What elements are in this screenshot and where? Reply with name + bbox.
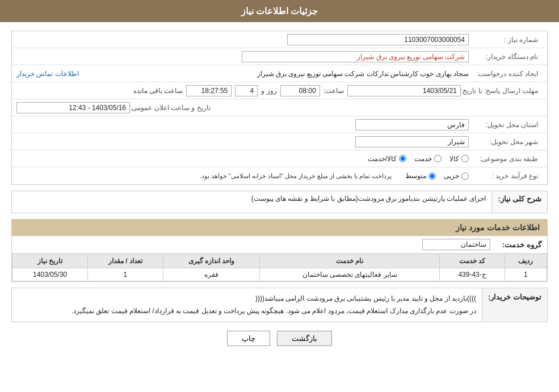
nam-dastgah-value: شرکت سهامی توزیع نیروی برق شیراز — [242, 51, 469, 62]
farayand-note: پرداخت تمام یا بخشی از مبلغ خریداز محل "… — [199, 172, 392, 180]
cell-tedad: 1 — [87, 268, 163, 281]
radio-jezii-label: جزیی — [444, 172, 459, 180]
farayand-radio-group: جزیی متوسط پرداخت تمام یا بخشی از مبلغ خ… — [16, 172, 469, 180]
nam-dastgah-row: نام دستگاه خریدار: شرکت سهامی توزیع نیرو… — [12, 48, 547, 65]
col-radif: ردیف — [505, 254, 547, 268]
button-row: بازگشت چاپ — [11, 331, 548, 346]
gorohe-khadamat-label: گروه خدمت: — [490, 241, 541, 249]
table-row: 1ج-43-439سایر فعالیتهای تخصصی ساختمانفقر… — [12, 268, 547, 281]
nam-dastgah-label: نام دستگاه خریدار: — [469, 53, 543, 61]
col-name: نام خدمت — [259, 254, 439, 268]
col-kod: کد خدمت — [440, 254, 505, 268]
date-value: 1403/05/21 — [347, 85, 461, 96]
radio-jezii-item: جزیی — [444, 172, 469, 180]
khadamat-table: ردیف کد خدمت نام خدمت واحد اندازه گیری ت… — [12, 254, 547, 281]
radio-motevaset-input[interactable] — [428, 172, 436, 180]
print-button[interactable]: چاپ — [227, 331, 270, 346]
tarikh-elan-row: تاریخ و ساعت اعلان عمومی: 1403/05/16 - 1… — [12, 99, 547, 116]
ostan-value: فارس — [355, 119, 469, 130]
sharh-niaz-content: اجرای عملیات پارتیشن بندیامور برق مرودشت… — [11, 191, 492, 213]
date-time-group: 1403/05/21 ساعت: 08:00 روز و 4 18:27:55 … — [16, 85, 461, 96]
radio-kala-khedmat-item: کالا/خدمت — [368, 155, 406, 163]
radio-khedmat-label: خدمت — [414, 155, 432, 163]
towzih-section: توضیحات خریدار: ))))بازدید از محل و تایی… — [11, 288, 548, 322]
radio-kala-input[interactable] — [461, 155, 469, 162]
back-button[interactable]: بازگشت — [277, 331, 332, 346]
sharh-niaz-section: شرح کلی نیاز: اجرای عملیات پارتیشن بندیا… — [11, 191, 548, 213]
cell-tarikh: 1403/05/30 — [12, 268, 88, 281]
radio-kala-khedmat-input[interactable] — [399, 155, 406, 162]
ijad-konande-row: ایجاد کننده درخواست: سجاد بهاری خوب کارش… — [12, 65, 547, 82]
towzih-content: ))))بازدید از محل و تایید مدیر با رئیس پ… — [12, 288, 482, 322]
radio-jezii-input[interactable] — [461, 172, 469, 180]
shomara-label: شماره نیاز : — [469, 36, 543, 44]
shahr-value: شیراز — [355, 136, 469, 147]
radio-khedmat-input[interactable] — [434, 155, 442, 162]
radio-kala-item: کالا — [449, 155, 469, 163]
cell-kod: ج-43-439 — [440, 268, 505, 281]
shahr-row: شهر محل تحویل: شیراز — [12, 133, 547, 150]
contact-link[interactable]: اطلاعات تماس خریدار — [16, 70, 79, 78]
cell-name: سایر فعالیتهای تخصصی ساختمان — [259, 268, 439, 281]
gorohe-khadamat-row: گروه خدمت: ساختمان — [12, 236, 547, 254]
radio-motevaset-label: متوسط — [405, 172, 426, 180]
col-tarikh: تاریخ نیاز — [12, 254, 88, 268]
radio-kala-khedmat-label: کالا/خدمت — [368, 155, 397, 163]
ostan-label: استان محل تحویل: — [469, 121, 543, 129]
radio-kala-label: کالا — [449, 155, 459, 163]
main-form-section: شماره نیاز : 1103007003000054 نام دستگاه… — [11, 31, 548, 185]
ostan-row: استان محل تحویل: فارس — [12, 116, 547, 133]
page-header: جزئیات اطلاعات نیاز — [0, 0, 559, 22]
col-tedad: تعداد / مقدار — [87, 254, 163, 268]
khadamat-section: اطلاعات خدمات مورد نیاز گروه خدمت: ساختم… — [11, 219, 548, 282]
mohlat-row: مهلت ارسال پاسخ: تا تاریخ: 1403/05/21 سا… — [12, 82, 547, 99]
main-content: شماره نیاز : 1103007003000054 نام دستگاه… — [0, 22, 559, 355]
farayand-label: نوع فرآیند خرید : — [469, 172, 543, 180]
shomara-row: شماره نیاز : 1103007003000054 — [12, 31, 547, 48]
remaining-label: ساعت باقی مانده — [133, 87, 183, 95]
page-title: جزئیات اطلاعات نیاز — [241, 6, 318, 16]
saat-label: ساعت: — [323, 87, 344, 95]
shahr-label: شهر محل تحویل: — [469, 138, 543, 146]
tabaqe-label: طبقه بندی موضوعی: — [469, 155, 543, 163]
tarikh-elan-value: 1403/05/16 - 12:43 — [16, 102, 130, 113]
col-vahed: واحد اندازه گیری — [163, 254, 259, 268]
mohlat-label: مهلت ارسال پاسخ: تا تاریخ: — [461, 87, 543, 95]
farayand-row: نوع فرآیند خرید : جزیی متوسط پرداخت تمام… — [12, 167, 547, 184]
shomara-value: 1103007003000054 — [287, 34, 469, 45]
tabaqe-radio-group: کالا خدمت کالا/خدمت — [16, 155, 469, 163]
page-wrapper: جزئیات اطلاعات نیاز شماره نیاز : 1103007… — [0, 0, 559, 392]
tarikh-elan-label: تاریخ و ساعت اعلان عمومی: — [130, 104, 215, 112]
roz-value: 4 — [235, 85, 258, 96]
gorohe-khadamat-value: ساختمان — [422, 239, 490, 250]
radio-khedmat-item: خدمت — [414, 155, 442, 163]
remaining-time: 18:27:55 — [186, 85, 232, 96]
tabaqe-row: طبقه بندی موضوعی: کالا خدمت کالا/خدمت — [12, 150, 547, 167]
sharh-niaz-label: شرح کلی نیاز: — [492, 191, 548, 213]
ijad-konande-label: ایجاد کننده درخواست: — [469, 70, 543, 78]
roz-label: روز و — [261, 87, 276, 95]
khadamat-table-wrapper: ردیف کد خدمت نام خدمت واحد اندازه گیری ت… — [12, 254, 547, 281]
cell-radif: 1 — [505, 268, 547, 281]
ijad-konande-value: سجاد بهاری خوب کارشناس تدارکات شرکت سهام… — [79, 70, 469, 78]
cell-vahed: فقره — [163, 268, 259, 281]
khadamat-content: گروه خدمت: ساختمان ردیف کد خدمت نام خدمت… — [11, 236, 548, 282]
khadamat-title: اطلاعات خدمات مورد نیاز — [11, 219, 548, 236]
radio-motevaset-item: متوسط — [405, 172, 436, 180]
time-value: 08:00 — [280, 85, 320, 96]
towzih-label: توضیحات خریدار: — [482, 288, 547, 322]
